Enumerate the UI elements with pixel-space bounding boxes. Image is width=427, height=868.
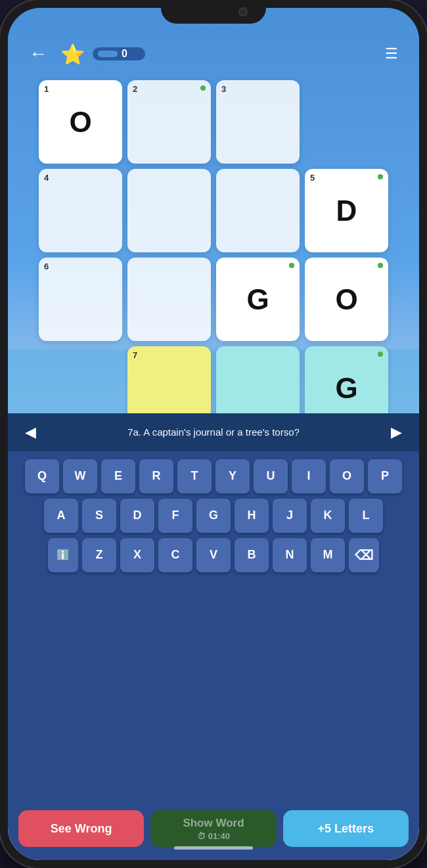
see-wrong-label: See Wrong [51, 822, 112, 836]
cell-num-2: 2 [133, 84, 137, 94]
key-X[interactable]: X [120, 538, 154, 572]
key-W[interactable]: W [63, 459, 97, 493]
cell-6[interactable]: 6 [39, 258, 122, 341]
cell-letter-1: O [69, 108, 91, 137]
key-K[interactable]: K [311, 499, 345, 533]
cell-4[interactable]: 4 [39, 169, 122, 252]
cell-dot-c2 [378, 352, 383, 357]
key-Y[interactable]: Y [215, 459, 250, 493]
cell-e1[interactable] [127, 169, 211, 252]
cell-g[interactable]: G [216, 258, 300, 341]
show-word-label: Show Word [183, 817, 244, 830]
key-N[interactable]: N [273, 538, 307, 572]
score-fill [98, 51, 118, 57]
key-Z[interactable]: Z [82, 538, 116, 572]
cell-e2[interactable] [216, 169, 300, 252]
key-backspace[interactable]: ⌫ [349, 538, 379, 572]
cell-o[interactable]: O [305, 258, 388, 341]
bottom-buttons: See Wrong Show Word ⏱ 01:40 +5 Letters [8, 805, 419, 860]
key-F[interactable]: F [158, 499, 192, 533]
key-Q[interactable]: Q [25, 459, 59, 493]
cell-num-4: 4 [44, 173, 49, 183]
cell-num-1: 1 [44, 84, 49, 94]
phone-screen: ← ⭐ 0 ☰ 1 O 2 [8, 8, 419, 860]
cell-1[interactable]: 1 O [39, 80, 122, 164]
prev-clue-button[interactable]: ◀ [21, 423, 40, 442]
cell-2[interactable]: 2 [127, 80, 211, 164]
key-D[interactable]: D [120, 499, 154, 533]
score-value: 0 [122, 48, 127, 60]
key-A[interactable]: A [44, 499, 78, 533]
phone-frame: ← ⭐ 0 ☰ 1 O 2 [0, 0, 427, 868]
cell-letter-o: O [335, 285, 357, 314]
key-V[interactable]: V [196, 538, 231, 572]
next-clue-button[interactable]: ▶ [387, 423, 406, 442]
crossword-grid: 1 O 2 3 4 [23, 75, 404, 413]
cell-num-6: 6 [44, 262, 49, 271]
cell-7[interactable]: 7 [127, 346, 211, 413]
camera [238, 7, 248, 16]
key-U[interactable]: U [254, 459, 288, 493]
key-P[interactable]: P [368, 459, 402, 493]
cell-num-3: 3 [221, 84, 226, 94]
grid-area: 1 O 2 3 4 [8, 75, 419, 413]
cell-letter-c2: G [335, 374, 357, 403]
show-word-timer: ⏱ 01:40 [197, 831, 230, 841]
cell-letter-5: D [336, 196, 357, 225]
key-info[interactable]: ℹ️ [48, 538, 78, 572]
back-button[interactable]: ← [24, 41, 53, 67]
plus-letters-label: +5 Letters [318, 822, 374, 836]
cell-dot-5 [378, 174, 383, 179]
cell-letter-g: G [246, 285, 269, 314]
keyboard: Q W E R T Y U I O P A S D F G H [8, 451, 419, 806]
key-row-1: Q W E R T Y U I O P [13, 459, 414, 493]
clue-text: 7a. A captain's journal or a tree's tors… [48, 426, 379, 438]
key-O[interactable]: O [330, 459, 364, 493]
key-H[interactable]: H [235, 499, 269, 533]
cell-num-5: 5 [310, 173, 315, 183]
key-G[interactable]: G [196, 499, 231, 533]
key-C[interactable]: C [158, 538, 192, 572]
notch [161, 0, 266, 24]
cell-c2[interactable]: G [305, 346, 388, 413]
home-indicator [174, 846, 253, 850]
key-J[interactable]: J [273, 499, 307, 533]
key-B[interactable]: B [235, 538, 269, 572]
cell-5[interactable]: 5 D [305, 169, 388, 252]
plus-letters-button[interactable]: +5 Letters [283, 810, 409, 847]
cell-e3[interactable] [127, 258, 211, 341]
show-word-button[interactable]: Show Word ⏱ 01:40 [150, 810, 276, 847]
key-row-3: ℹ️ Z X C V B N M ⌫ [13, 538, 414, 572]
screen-content: ← ⭐ 0 ☰ 1 O 2 [8, 8, 419, 860]
key-R[interactable]: R [139, 459, 173, 493]
key-E[interactable]: E [101, 459, 135, 493]
see-wrong-button[interactable]: See Wrong [18, 810, 144, 847]
cell-c1[interactable] [216, 346, 300, 413]
menu-button[interactable]: ☰ [380, 43, 403, 65]
key-I[interactable]: I [292, 459, 326, 493]
key-M[interactable]: M [311, 538, 345, 572]
key-L[interactable]: L [349, 499, 383, 533]
clue-bar: ◀ 7a. A captain's journal or a tree's to… [8, 413, 419, 451]
cell-dot-g [289, 263, 294, 268]
cell-dot-o [378, 263, 383, 268]
cell-blank-1 [305, 80, 388, 164]
score-bar: 0 [93, 47, 145, 60]
cell-num-7: 7 [133, 350, 137, 360]
key-row-2: A S D F G H J K L [13, 499, 414, 533]
cell-blank-2 [39, 346, 122, 413]
cell-3[interactable]: 3 [216, 80, 300, 164]
cell-dot-2 [200, 85, 206, 91]
key-T[interactable]: T [177, 459, 212, 493]
key-S[interactable]: S [82, 499, 116, 533]
star-icon: ⭐ [60, 43, 85, 66]
